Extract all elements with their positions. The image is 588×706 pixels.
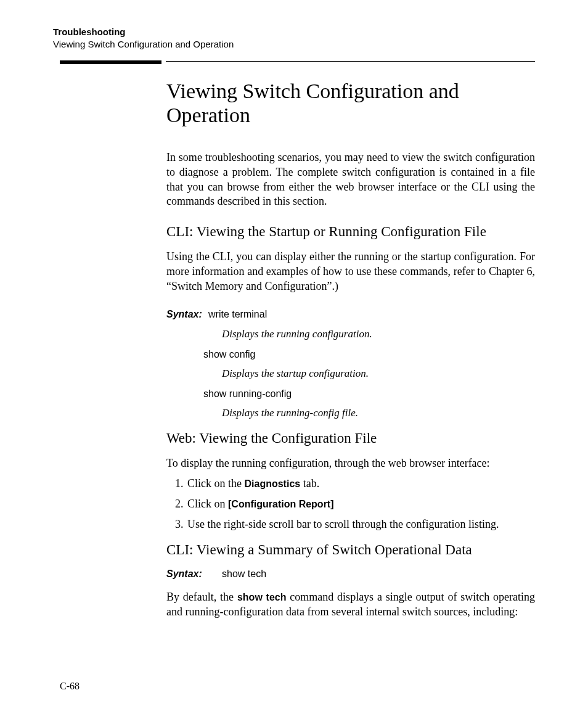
syntax-block-1: Syntax: write terminal Displays the runn… xyxy=(166,308,535,419)
cli-summary-para: By default, the show tech command displa… xyxy=(166,590,535,620)
explain-running-config: Displays the running configuration. xyxy=(222,328,535,340)
web-step-3: Use the right-side scroll bar to scroll … xyxy=(186,518,535,531)
step1-bold: Diagnostics xyxy=(245,478,301,489)
running-head: Troubleshooting Viewing Switch Configura… xyxy=(53,26,234,50)
syntax-label-2: Syntax: xyxy=(166,568,202,580)
web-steps-list: Click on the Diagnostics tab. Click on [… xyxy=(166,477,535,531)
command-write-terminal: write terminal xyxy=(208,309,267,319)
heading-cli-view-config: CLI: Viewing the Startup or Running Conf… xyxy=(166,224,535,240)
section-marker xyxy=(60,60,161,64)
command-show-tech: show tech xyxy=(222,568,266,579)
page: Troubleshooting Viewing Switch Configura… xyxy=(0,0,588,706)
horizontal-rule xyxy=(166,61,535,62)
step1-post: tab. xyxy=(300,477,319,490)
summary-bold: show tech xyxy=(237,592,287,602)
explain-startup-config: Displays the startup configuration. xyxy=(222,367,535,380)
step2-pre: Click on xyxy=(187,498,228,510)
heading-web-view: Web: Viewing the Configuration File xyxy=(166,430,535,446)
command-show-running-config: show running-config xyxy=(203,388,535,400)
summary-pre: By default, the xyxy=(166,591,237,603)
step1-pre: Click on the xyxy=(187,477,245,490)
web-step-1: Click on the Diagnostics tab. xyxy=(186,477,535,490)
intro-paragraph: In some troubleshooting scenarios, you m… xyxy=(166,150,535,209)
web-step-2: Click on [Configuration Report] xyxy=(186,498,535,511)
page-number: C-68 xyxy=(60,681,80,692)
heading-cli-summary: CLI: Viewing a Summary of Switch Operati… xyxy=(166,542,535,558)
web-view-para: To display the running configuration, th… xyxy=(166,456,535,471)
explain-running-config-file: Displays the running-config file. xyxy=(222,407,535,419)
running-head-section: Viewing Switch Configuration and Operati… xyxy=(53,38,234,51)
running-head-chapter: Troubleshooting xyxy=(53,26,234,38)
command-show-config: show config xyxy=(203,349,535,360)
cli-view-config-para: Using the CLI, you can display either th… xyxy=(166,250,535,293)
content-area: Viewing Switch Configuration and Operati… xyxy=(166,79,535,634)
syntax-label: Syntax: xyxy=(166,309,202,320)
page-title: Viewing Switch Configuration and Operati… xyxy=(166,79,535,127)
step2-bold: [Configuration Report] xyxy=(228,499,334,509)
syntax-block-2: Syntax: show tech xyxy=(166,568,535,580)
